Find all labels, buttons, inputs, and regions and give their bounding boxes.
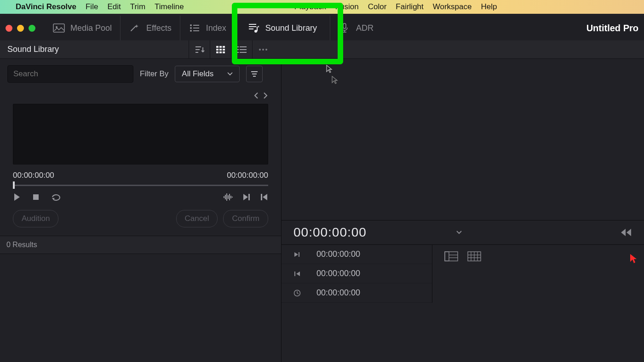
list-view-button[interactable] [231, 40, 252, 59]
scrubber-playhead[interactable] [13, 181, 15, 189]
play-button[interactable] [13, 192, 21, 202]
timecode-dropdown[interactable] [456, 230, 462, 235]
prev-item-button[interactable] [253, 92, 259, 99]
svg-rect-10 [249, 28, 253, 29]
next-marker-button[interactable] [242, 193, 251, 201]
menu-help[interactable]: Help [481, 2, 497, 11]
svg-rect-37 [251, 71, 258, 72]
menu-trim[interactable]: Trim [130, 2, 145, 11]
svg-rect-7 [193, 30, 199, 31]
svg-rect-27 [223, 51, 225, 53]
toolbar-media-pool[interactable]: Media Pool [45, 16, 121, 40]
svg-rect-16 [196, 46, 201, 47]
svg-rect-54 [445, 252, 449, 261]
next-item-button[interactable] [263, 92, 268, 99]
menu-edit[interactable]: Edit [107, 2, 121, 11]
svg-rect-24 [223, 49, 225, 51]
media-pool-icon [53, 23, 65, 33]
stop-button[interactable] [32, 193, 40, 201]
menu-timeline[interactable]: Timeline [155, 2, 184, 11]
search-input[interactable] [7, 65, 133, 83]
svg-rect-45 [229, 194, 230, 200]
timecode-row-out[interactable]: 00:00:00:00 [282, 245, 432, 264]
track-view-2-button[interactable] [467, 251, 481, 296]
preview-scrubber[interactable] [13, 185, 268, 186]
minimize-window-button[interactable] [17, 25, 24, 32]
timecode-row-in[interactable]: 00:00:00:00 [282, 264, 432, 283]
toolbar-index[interactable]: Index [180, 16, 235, 40]
preview-time-start: 00:00:00:00 [13, 171, 54, 180]
rewind-button[interactable] [620, 228, 632, 237]
results-list-empty [0, 254, 281, 362]
svg-point-2 [190, 24, 192, 26]
svg-point-6 [190, 30, 192, 32]
viewer-area[interactable] [282, 59, 644, 221]
svg-point-35 [262, 49, 264, 51]
svg-rect-18 [196, 52, 198, 53]
svg-rect-47 [232, 197, 233, 198]
toolbar-sound-library[interactable]: Sound Library [235, 16, 330, 40]
svg-rect-13 [343, 23, 346, 28]
menu-file[interactable]: File [86, 2, 98, 11]
svg-rect-30 [237, 49, 239, 50]
window-controls [6, 25, 35, 32]
audition-button[interactable]: Audition [13, 210, 58, 227]
effects-icon [129, 23, 141, 33]
panel-title: Sound Library [7, 45, 59, 54]
menu-fusion[interactable]: Fusion [335, 2, 359, 11]
track-view-1-button[interactable] [444, 251, 458, 296]
loop-button[interactable] [51, 193, 63, 201]
sound-library-icon [248, 23, 260, 33]
filter-field-value: All Fields [182, 69, 213, 79]
timecode-rows: 00:00:00:00 00:00:00:00 00:00:00:00 [282, 245, 432, 303]
cursor-icon [629, 253, 638, 264]
svg-rect-40 [33, 194, 39, 200]
go-to-start-icon [293, 271, 303, 277]
svg-rect-21 [223, 46, 225, 48]
transport-controls [0, 192, 281, 210]
svg-point-36 [265, 49, 267, 51]
more-options-button[interactable] [252, 40, 273, 59]
svg-rect-42 [225, 195, 226, 199]
filter-by-label: Filter By [140, 69, 168, 79]
preview-nav [0, 89, 281, 101]
svg-rect-38 [252, 74, 257, 74]
main-timecode[interactable]: 00:00:00:00 [293, 225, 367, 240]
menu-playback[interactable]: Playback [294, 2, 326, 11]
svg-rect-28 [237, 46, 239, 47]
chevron-down-icon [227, 72, 233, 76]
close-window-button[interactable] [6, 25, 12, 32]
menu-workspace[interactable]: Workspace [433, 2, 472, 11]
cancel-button[interactable]: Cancel [176, 210, 218, 227]
confirm-button[interactable]: Confirm [223, 210, 268, 227]
app-name[interactable]: DaVinci Resolve [16, 2, 76, 11]
waveform-zoom-button[interactable] [223, 193, 233, 201]
sort-button[interactable] [189, 40, 210, 59]
svg-rect-48 [248, 194, 250, 200]
menu-fairlight[interactable]: Fairlight [396, 2, 423, 11]
menu-color[interactable]: Color [368, 2, 387, 11]
svg-rect-22 [216, 49, 218, 51]
sound-library-panel: Filter By All Fields 00:00:00:00 00:00:0… [0, 59, 282, 362]
cursor-icon [331, 75, 339, 85]
svg-rect-39 [253, 76, 256, 77]
toolbar-adr[interactable]: ADR [330, 16, 382, 40]
adr-mic-icon [339, 23, 351, 33]
window-toolbar: Media Pool Effects Index Sound Library A… [0, 16, 644, 40]
timecode-row-duration[interactable]: 00:00:00:00 [282, 283, 432, 303]
grid-view-button[interactable] [210, 40, 231, 59]
svg-rect-33 [240, 52, 247, 53]
index-icon [189, 23, 201, 33]
filter-options-button[interactable] [246, 66, 263, 82]
svg-rect-8 [249, 24, 256, 25]
filter-field-select[interactable]: All Fields [175, 66, 240, 82]
svg-point-34 [259, 49, 261, 51]
svg-rect-31 [240, 49, 247, 50]
toolbar-effects[interactable]: Effects [121, 16, 180, 40]
maximize-window-button[interactable] [29, 25, 35, 32]
svg-rect-51 [294, 272, 295, 276]
svg-rect-19 [216, 46, 218, 48]
waveform-preview[interactable] [13, 104, 268, 164]
panel-header: Sound Library [0, 40, 644, 59]
prev-marker-button[interactable] [260, 193, 268, 201]
